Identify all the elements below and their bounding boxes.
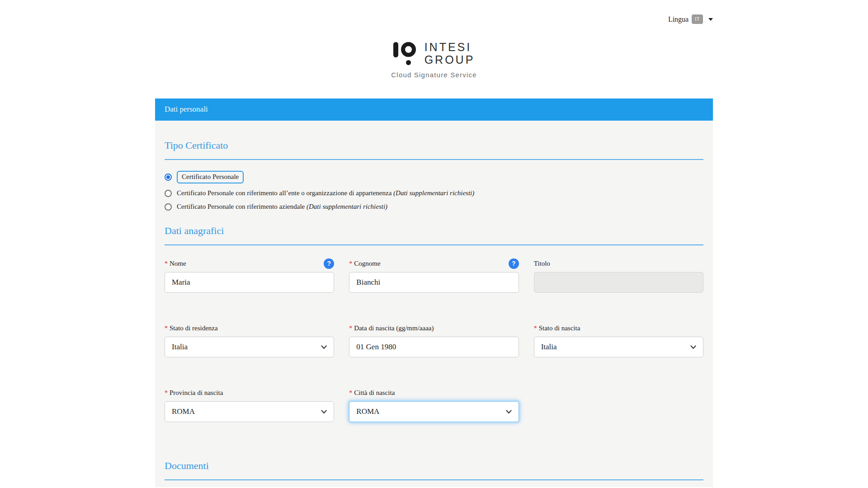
required-asterisk: * — [349, 389, 352, 396]
stato-di-nascita-field: *Stato di nascita Italia — [534, 323, 703, 357]
help-icon[interactable]: ? — [509, 258, 519, 269]
empty-grid-cell — [534, 387, 703, 422]
select-value: ROMA — [356, 407, 379, 416]
provincia-di-nascita-field: *Provincia di nascita ROMA — [165, 387, 334, 422]
data-di-nascita-field: *Data di nascita (gg/mm/aaaa) — [349, 323, 519, 357]
certificate-type-radio-group: Certificato Personale Certificato Person… — [165, 171, 703, 211]
citta-di-nascita-select[interactable]: ROMA — [349, 401, 519, 422]
dati-personali-panel: Dati personali Tipo Certificato Certific… — [155, 99, 713, 487]
page-container: Lingua IT INTESI GROUP Cloud Signature S… — [155, 0, 713, 487]
panel-body: Tipo Certificato Certificato Personale C… — [155, 121, 713, 487]
data-di-nascita-input[interactable] — [349, 337, 519, 357]
provincia-di-nascita-label: *Provincia di nascita — [165, 389, 223, 397]
language-selector[interactable]: Lingua IT — [155, 0, 713, 24]
chevron-down-icon — [690, 345, 696, 349]
nome-input[interactable] — [165, 272, 334, 293]
required-asterisk: * — [165, 260, 168, 267]
select-value: Italia — [172, 343, 188, 352]
cognome-field: *Cognome ? — [349, 258, 519, 293]
citta-di-nascita-field: *Città di nascita ROMA — [349, 387, 519, 422]
titolo-input — [534, 272, 703, 293]
cognome-input[interactable] — [349, 272, 519, 293]
stato-di-residenza-select[interactable]: Italia — [165, 337, 334, 357]
anagrafici-form-grid: *Nome ? *Cognome ? Titolo — [165, 258, 703, 452]
radio-option-label: Certificato Personale con riferimento al… — [177, 189, 474, 197]
citta-di-nascita-label: *Città di nascita — [349, 389, 395, 397]
radio-option-label: Certificato Personale con riferimento az… — [177, 203, 387, 211]
required-asterisk: * — [349, 260, 352, 267]
intesi-logo-icon — [393, 41, 416, 66]
chevron-down-icon — [506, 410, 512, 414]
required-asterisk: * — [165, 389, 168, 396]
logo-o-ring — [401, 42, 416, 57]
cognome-label: *Cognome — [349, 260, 380, 267]
radio-option-certificato-aziendale[interactable]: Certificato Personale con riferimento az… — [165, 203, 703, 211]
logo-i-bar — [393, 42, 398, 57]
intesi-group-logo: INTESI GROUP Cloud Signature Service — [155, 41, 713, 79]
select-value: ROMA — [172, 407, 195, 416]
chevron-down-icon — [321, 345, 327, 349]
logo-wordmark: INTESI GROUP — [425, 41, 475, 66]
titolo-label: Titolo — [534, 260, 550, 267]
radio-option-note: (Dati supplementari richiesti) — [393, 189, 474, 197]
logo-line1: INTESI — [425, 41, 475, 54]
panel-header-title: Dati personali — [155, 99, 713, 121]
required-asterisk: * — [534, 325, 537, 332]
radio-button-icon[interactable] — [165, 203, 172, 211]
language-badge[interactable]: IT — [692, 14, 703, 24]
data-di-nascita-label: *Data di nascita (gg/mm/aaaa) — [349, 324, 434, 332]
logo-tagline: Cloud Signature Service — [391, 71, 476, 79]
stato-di-residenza-field: *Stato di residenza Italia — [165, 323, 334, 357]
section-title-documenti: Documenti — [165, 460, 703, 480]
nome-label: *Nome — [165, 260, 186, 267]
titolo-field: Titolo — [534, 258, 703, 293]
radio-button-icon[interactable] — [165, 190, 172, 197]
radio-option-note: (Dati supplementari richiesti) — [307, 203, 387, 210]
logo-dot — [406, 60, 411, 65]
language-label: Lingua — [668, 15, 689, 23]
stato-di-residenza-label: *Stato di residenza — [165, 324, 218, 332]
section-title-dati-anagrafici: Dati anagrafici — [165, 225, 703, 245]
provincia-di-nascita-select[interactable]: ROMA — [165, 401, 334, 422]
logo-line2: GROUP — [425, 54, 475, 66]
select-value: Italia — [541, 343, 557, 352]
required-asterisk: * — [165, 325, 168, 332]
stato-di-nascita-select[interactable]: Italia — [534, 337, 703, 357]
radio-option-certificato-ente[interactable]: Certificato Personale con riferimento al… — [165, 189, 703, 197]
caret-down-icon[interactable] — [708, 18, 713, 21]
radio-option-certificato-personale[interactable]: Certificato Personale — [165, 171, 703, 183]
help-icon[interactable]: ? — [324, 258, 334, 269]
radio-button-icon[interactable] — [165, 174, 172, 181]
nome-field: *Nome ? — [165, 258, 334, 293]
required-asterisk: * — [349, 325, 352, 332]
radio-option-label: Certificato Personale — [177, 171, 244, 183]
section-title-tipo-certificato: Tipo Certificato — [165, 140, 703, 160]
chevron-down-icon — [321, 410, 327, 414]
stato-di-nascita-label: *Stato di nascita — [534, 324, 580, 332]
